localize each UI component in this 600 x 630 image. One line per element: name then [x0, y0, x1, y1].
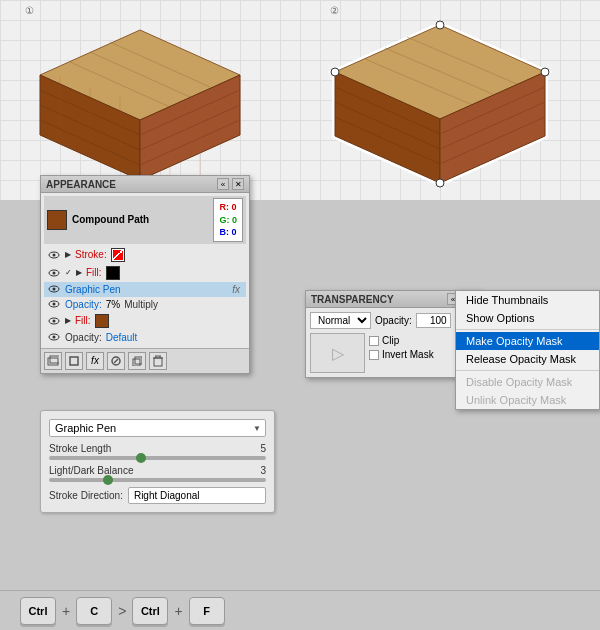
svg-point-34 [436, 179, 444, 187]
svg-point-37 [53, 253, 56, 256]
footer-clear-btn[interactable] [107, 352, 125, 370]
compound-path-label: Compound Path [72, 214, 213, 225]
transparency-panel: TRANSPARENCY « ✕ Normal Opacity: % ▼ ▷ C… [305, 290, 480, 378]
direction-dropdown-wrapper: Right Diagonal Left Diagonal Horizontal … [128, 487, 266, 504]
invert-mask-label: Invert Mask [382, 349, 434, 360]
stroke-length-track[interactable] [49, 456, 266, 460]
ctrl-key-2[interactable]: Ctrl [132, 597, 168, 625]
fill2-expand-icon[interactable]: ▶ [65, 316, 71, 325]
clip-row: Clip [369, 335, 434, 346]
stroke-length-label: Stroke Length [49, 443, 111, 454]
shortcut-bar: Ctrl + C > Ctrl + F [0, 590, 600, 630]
fill-label: Fill: [86, 267, 102, 278]
footer-fx-btn[interactable]: fx [86, 352, 104, 370]
appearance-title: APPEARANCE [46, 179, 116, 190]
ctx-make-opacity-mask[interactable]: Make Opacity Mask [456, 332, 599, 350]
clip-label: Clip [382, 335, 399, 346]
stroke-length-value: 5 [260, 443, 266, 454]
panel-collapse-btn[interactable]: « [217, 178, 229, 190]
canvas-box-1 [20, 15, 260, 190]
footer-copy-btn[interactable] [128, 352, 146, 370]
opacity-default-row: Opacity: Default [44, 330, 246, 345]
graphic-pen-row: Graphic Pen fx [44, 282, 246, 297]
ctx-show-options[interactable]: Show Options [456, 309, 599, 327]
compound-path-icon [47, 210, 67, 230]
ctx-release-opacity-mask[interactable]: Release Opacity Mask [456, 350, 599, 368]
plus-2: + [174, 603, 182, 619]
ctx-separator-2 [456, 370, 599, 371]
svg-point-33 [541, 68, 549, 76]
opacity-7-value: 7% [106, 299, 120, 310]
fill-eye-icon[interactable] [47, 268, 61, 278]
opacity-7-label: Opacity: [65, 299, 102, 310]
direction-dropdown[interactable]: Right Diagonal Left Diagonal Horizontal … [128, 487, 266, 504]
f-key[interactable]: F [189, 597, 225, 625]
fill2-swatch[interactable] [95, 314, 109, 328]
ctx-disable-opacity-mask: Disable Opacity Mask [456, 373, 599, 391]
svg-line-52 [114, 359, 118, 363]
trans-thumbnail-area: ▷ Clip Invert Mask [310, 333, 475, 373]
trans-thumbnail-main: ▷ [310, 333, 365, 373]
trans-controls-row: Normal Opacity: % ▼ [310, 312, 475, 329]
trans-checkboxes: Clip Invert Mask [369, 333, 434, 360]
footer-rect-btn[interactable] [65, 352, 83, 370]
svg-point-35 [331, 68, 339, 76]
gpen-effect-dropdown[interactable]: Graphic Pen [49, 419, 266, 437]
opacity-input[interactable] [416, 313, 451, 328]
arrow-sym: > [118, 603, 126, 619]
ctrl-key-1[interactable]: Ctrl [20, 597, 56, 625]
svg-point-45 [53, 319, 56, 322]
svg-rect-53 [133, 359, 140, 366]
light-dark-label-row: Light/Dark Balance 3 [49, 465, 266, 476]
context-menu: Hide Thumbnails Show Options Make Opacit… [455, 290, 600, 410]
appearance-footer: fx [41, 348, 249, 373]
opacity-eye-icon[interactable] [47, 299, 61, 309]
stroke-length-label-row: Stroke Length 5 [49, 443, 266, 454]
opacity-default-eye[interactable] [47, 332, 61, 342]
light-dark-value: 3 [260, 465, 266, 476]
fill-expand-icon[interactable]: ▶ [76, 268, 82, 277]
gpen-eye-icon[interactable] [47, 284, 61, 294]
invert-mask-checkbox[interactable] [369, 350, 379, 360]
panel-controls: « ✕ [217, 178, 244, 190]
footer-trash-btn[interactable] [149, 352, 167, 370]
panel-close-btn[interactable]: ✕ [232, 178, 244, 190]
direction-row: Stroke Direction: Right Diagonal Left Di… [49, 487, 266, 504]
svg-point-39 [53, 271, 56, 274]
opacity-multiply-row: Opacity: 7% Multiply [44, 297, 246, 312]
opacity-default-value: Default [106, 332, 138, 343]
plus-1: + [62, 603, 70, 619]
rgb-box-small: R: 0 G: 0 B: 0 [213, 198, 243, 242]
graphic-pen-link[interactable]: Graphic Pen [65, 284, 228, 295]
svg-point-47 [53, 336, 56, 339]
fill2-eye-icon[interactable] [47, 316, 61, 326]
transparency-titlebar: TRANSPARENCY « ✕ [306, 291, 479, 308]
appearance-titlebar: APPEARANCE « ✕ [41, 176, 249, 193]
appearance-content: Compound Path R: 0 G: 0 B: 0 ▶ Stroke: ✓… [41, 193, 249, 348]
fill-check-icon: ✓ [65, 268, 72, 277]
light-dark-thumb[interactable] [103, 475, 113, 485]
svg-point-32 [436, 21, 444, 29]
svg-rect-54 [135, 357, 142, 364]
direction-label: Stroke Direction: [49, 490, 123, 501]
svg-point-41 [53, 288, 56, 291]
stroke-swatch[interactable] [111, 248, 125, 262]
stroke-eye-icon[interactable] [47, 250, 61, 260]
light-dark-row: Light/Dark Balance 3 [49, 465, 266, 482]
rgb-small-r: R: 0 [219, 201, 237, 214]
footer-layer-btn[interactable] [44, 352, 62, 370]
blend-mode-dropdown[interactable]: Normal [310, 312, 371, 329]
ctx-hide-thumbnails[interactable]: Hide Thumbnails [456, 291, 599, 309]
appearance-panel: APPEARANCE « ✕ Compound Path R: 0 G: 0 B… [40, 175, 250, 374]
light-dark-label: Light/Dark Balance [49, 465, 134, 476]
fx-badge: fx [232, 284, 243, 295]
stroke-expand-icon[interactable]: ▶ [65, 250, 71, 259]
c-key[interactable]: C [76, 597, 112, 625]
opacity-field-label: Opacity: [375, 315, 412, 326]
stroke-length-thumb[interactable] [136, 453, 146, 463]
ctx-unlink-opacity-mask: Unlink Opacity Mask [456, 391, 599, 409]
fill-swatch[interactable] [106, 266, 120, 280]
light-dark-track[interactable] [49, 478, 266, 482]
svg-rect-50 [70, 357, 78, 365]
clip-checkbox[interactable] [369, 336, 379, 346]
